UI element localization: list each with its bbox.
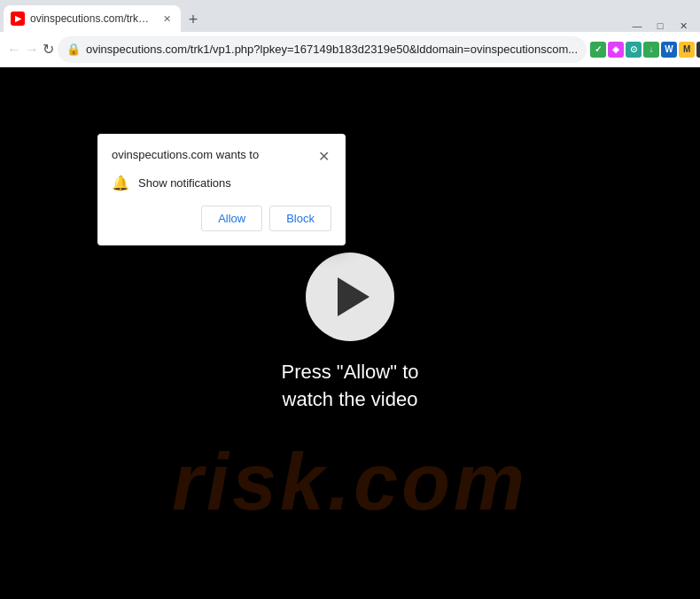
play-triangle-icon <box>338 277 369 316</box>
tab-favicon: ▶ <box>11 12 25 26</box>
popup-actions: Allow Block <box>112 206 331 231</box>
browser-window: ▶ ovinspecutions.com/trk1/vp1... ✕ + — □… <box>0 0 700 599</box>
toolbar: ← → ↻ 🔒 ovinspecutions.com/trk1/vp1.php?… <box>0 32 700 67</box>
forward-button[interactable]: → <box>25 37 39 62</box>
play-prompt-text: Press "Allow" towatch the video <box>282 359 419 414</box>
ext-icon-2[interactable]: ◈ <box>608 42 624 58</box>
popup-title: ovinspecutions.com wants to <box>112 148 259 161</box>
allow-button[interactable]: Allow <box>201 206 262 231</box>
minimize-button[interactable]: — <box>631 19 643 32</box>
page-content: risk.com Press "Allow" towatch the video… <box>0 67 700 599</box>
title-bar: ▶ ovinspecutions.com/trk1/vp1... ✕ + — □… <box>0 0 700 32</box>
active-tab[interactable]: ▶ ovinspecutions.com/trk1/vp1... ✕ <box>4 5 181 32</box>
bell-icon: 🔔 <box>112 175 129 191</box>
close-button[interactable]: ✕ <box>677 19 689 32</box>
ext-icon-1[interactable]: ✓ <box>590 42 606 58</box>
popup-body: 🔔 Show notifications <box>112 175 331 191</box>
ext-icon-6[interactable]: M <box>679 42 695 58</box>
address-text: ovinspecutions.com/trk1/vp1.php?lpkey=16… <box>86 43 578 56</box>
maximize-button[interactable]: □ <box>654 19 666 32</box>
window-controls: — □ ✕ <box>631 19 696 32</box>
watermark-text: risk.com <box>172 437 528 528</box>
block-button[interactable]: Block <box>269 206 331 231</box>
popup-header: ovinspecutions.com wants to ✕ <box>112 148 331 164</box>
lock-icon: 🔒 <box>66 43 81 56</box>
play-area: Press "Allow" towatch the video <box>282 253 419 414</box>
notification-popup: ovinspecutions.com wants to ✕ 🔔 Show not… <box>97 134 346 245</box>
ext-icon-3[interactable]: ⊙ <box>626 42 642 58</box>
address-bar[interactable]: 🔒 ovinspecutions.com/trk1/vp1.php?lpkey=… <box>58 36 587 63</box>
back-button[interactable]: ← <box>7 37 21 62</box>
play-button[interactable] <box>306 253 394 341</box>
tabs-area: ▶ ovinspecutions.com/trk1/vp1... ✕ + — □… <box>0 0 700 32</box>
reload-button[interactable]: ↻ <box>43 37 54 62</box>
ext-icon-4[interactable]: ↓ <box>643 42 659 58</box>
popup-close-button[interactable]: ✕ <box>315 148 331 164</box>
new-tab-button[interactable]: + <box>181 7 206 32</box>
notification-description: Show notifications <box>138 176 231 190</box>
ext-icon-7[interactable]: ◉ <box>696 42 700 58</box>
tab-close-button[interactable]: ✕ <box>159 12 174 26</box>
ext-icon-5[interactable]: W <box>661 42 677 58</box>
tab-title: ovinspecutions.com/trk1/vp1... <box>30 12 154 25</box>
extension-icons: ✓ ◈ ⊙ ↓ W M ◉ ▣ ↓ ▶ ◆ ↓ ◯ ↓ <box>590 42 700 58</box>
